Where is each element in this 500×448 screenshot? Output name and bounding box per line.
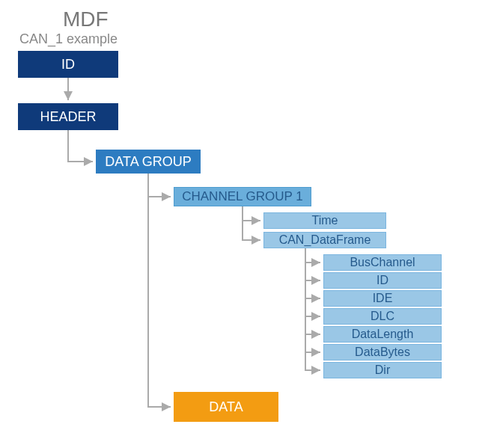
node-dir: Dir <box>323 362 442 378</box>
node-id: ID <box>18 51 118 78</box>
node-datalength: DataLength <box>323 326 442 343</box>
node-ide: IDE <box>323 290 442 307</box>
node-time: Time <box>263 212 386 229</box>
diagram-subtitle: CAN_1 example <box>19 31 118 47</box>
node-channel-group: CHANNEL GROUP 1 <box>174 187 311 206</box>
node-databytes: DataBytes <box>323 344 442 360</box>
node-dlc: DLC <box>323 308 442 325</box>
node-header: HEADER <box>18 103 118 130</box>
node-data: DATA <box>174 392 278 422</box>
node-data-group: DATA GROUP <box>96 150 201 174</box>
node-buschannel: BusChannel <box>323 254 442 271</box>
diagram-title: MDF <box>63 7 109 31</box>
node-can-dataframe: CAN_DataFrame <box>263 232 386 248</box>
node-id2: ID <box>323 272 442 289</box>
